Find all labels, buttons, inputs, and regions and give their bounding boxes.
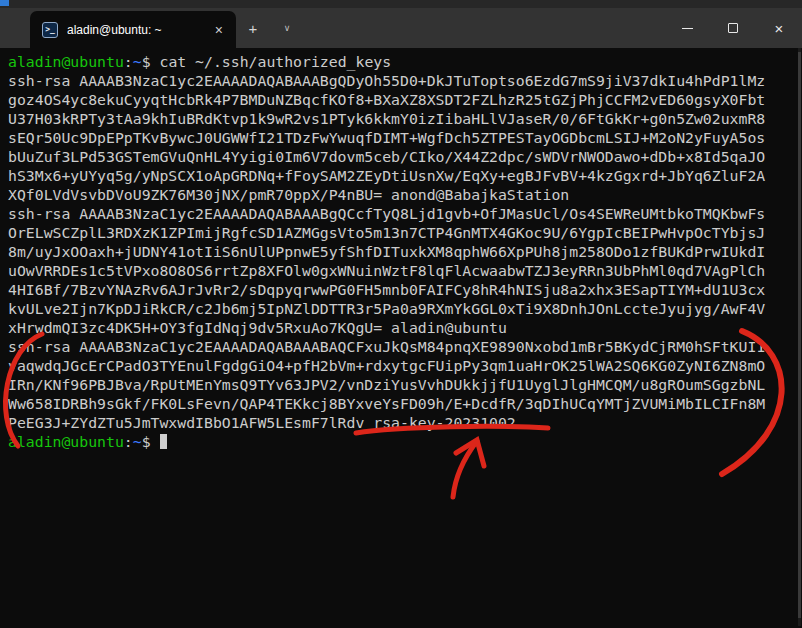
terminal-line: PeEG3J+ZYdZTu5JmTwxwdIBbO1AFW5LEsmF7lRdv… bbox=[8, 413, 802, 432]
terminal-line: ssh-rsa AAAAB3NzaC1yc2EAAAADAQABAAABgQDy… bbox=[8, 71, 802, 90]
terminal-tab-icon: >_ bbox=[42, 22, 58, 38]
terminal-viewport[interactable]: aladin@ubuntu:~$ cat ~/.ssh/authorized_k… bbox=[0, 48, 802, 628]
terminal-tab[interactable]: >_ aladin@ubuntu: ~ × bbox=[30, 11, 236, 48]
titlebar-drag-area[interactable] bbox=[304, 8, 664, 48]
terminal-line: Ww658IDRBh9sGkf/FK0LsFevn/QAP4TEKkcj8BYx… bbox=[8, 394, 802, 413]
tab-dropdown-button[interactable]: ∨ bbox=[270, 8, 304, 48]
terminal-scrollbar[interactable] bbox=[798, 48, 801, 626]
tab-title: aladin@ubuntu: ~ bbox=[67, 23, 202, 37]
close-button[interactable]: × bbox=[756, 8, 802, 48]
minimize-button[interactable] bbox=[664, 8, 710, 48]
minimize-icon bbox=[682, 28, 693, 29]
terminal-line: IRn/KNf96PBJBva/RpUtMEnYmsQ9TYv63JPV2/vn… bbox=[8, 375, 802, 394]
terminal-line: 8m/uyJxOOaxh+jUDNY41otIiS6nUlUPpnwE5yfSh… bbox=[8, 242, 802, 261]
terminal-line: xHrwdmQI3zc4DK5H+OY3fgIdNqj9dv5RxuAo7KQg… bbox=[8, 318, 802, 337]
terminal-line: kvULve2Ijn7KpDJiRkCR/c2Jb6mj5IpNZlDDTTR3… bbox=[8, 299, 802, 318]
terminal-line: ssh-rsa AAAAB3NzaC1yc2EAAAADAQABAAABAQCF… bbox=[8, 337, 802, 356]
background-window-strip bbox=[0, 0, 802, 8]
terminal-line: aladin@ubuntu:~$ cat ~/.ssh/authorized_k… bbox=[8, 52, 802, 71]
terminal-line: goz4OS4yc8ekuCyyqtHcbRk4P7BMDuNZBqcfKOf8… bbox=[8, 90, 802, 109]
terminal-line: hS3Mx6+yUYyq5g/yNpSCX1oApGRDNq+fFoySAM2Z… bbox=[8, 166, 802, 185]
terminal-line: XQf0LVdVsvbDVoU9ZK76M30jNX/pmR70ppX/P4nB… bbox=[8, 185, 802, 204]
scrollbar-thumb[interactable] bbox=[798, 52, 801, 618]
maximize-button[interactable] bbox=[710, 8, 756, 48]
tab-close-icon[interactable]: × bbox=[210, 22, 228, 38]
close-icon: × bbox=[775, 21, 784, 36]
terminal-line: vaqwdqJGcErCPadO3TYEnulFgdgGiO4+pfH2bVm+… bbox=[8, 356, 802, 375]
background-window-fragment bbox=[0, 0, 9, 6]
maximize-icon bbox=[728, 23, 738, 33]
window-controls: × bbox=[664, 8, 802, 48]
terminal-line: OrELwSCZplL3RDXzK1ZPImijRgfcSD1AZMGgsVto… bbox=[8, 223, 802, 242]
terminal-line: 4HI6Bf/7BzvYNAzRv6AJrJvRr2/sDqpyqrwwPG0F… bbox=[8, 280, 802, 299]
terminal-line: bUuZuf3LPd53GSTemGVuQnHL4Yyigi0Im6V7dovm… bbox=[8, 147, 802, 166]
terminal-line: sEQr50Uc9DpEPpTKvBywcJ0UGWWfI21TDzFwYwuq… bbox=[8, 128, 802, 147]
new-tab-button[interactable]: + bbox=[236, 8, 270, 48]
terminal-line: aladin@ubuntu:~$ bbox=[8, 432, 802, 451]
terminal-output: aladin@ubuntu:~$ cat ~/.ssh/authorized_k… bbox=[8, 52, 802, 451]
titlebar[interactable]: >_ aladin@ubuntu: ~ × + ∨ × bbox=[0, 8, 802, 48]
terminal-cursor bbox=[160, 434, 167, 449]
terminal-line: uOwVRRDEs1c5tVPxo8O8OS6rrtZp8XFOlw0gxWNu… bbox=[8, 261, 802, 280]
terminal-line: ssh-rsa AAAAB3NzaC1yc2EAAAADAQABAAABgQCc… bbox=[8, 204, 802, 223]
windows-terminal-window: >_ aladin@ubuntu: ~ × + ∨ × aladin@ubunt… bbox=[0, 0, 802, 628]
terminal-line: U37H03kRPTy3tAa9khIuBRdKtvp1k9wR2vs1PTyk… bbox=[8, 109, 802, 128]
